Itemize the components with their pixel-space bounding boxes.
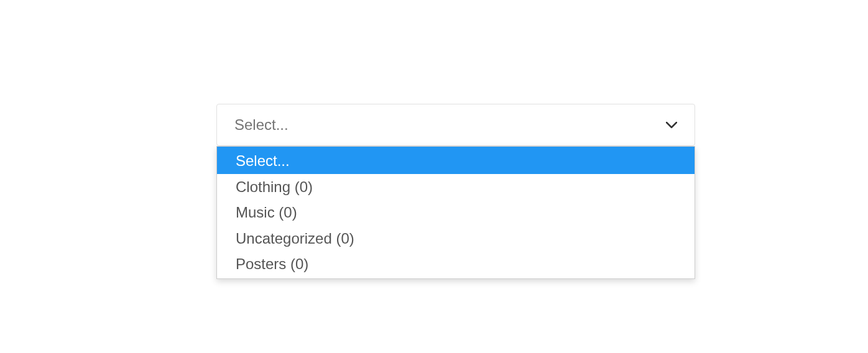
select-placeholder: Select... [234,116,289,134]
dropdown-option-placeholder[interactable]: Select... [217,147,695,174]
category-select-wrapper: Select... Select... Clothing (0) Music (… [216,104,695,279]
dropdown-option-music[interactable]: Music (0) [217,199,695,226]
category-dropdown: Select... Clothing (0) Music (0) Uncateg… [216,146,695,279]
chevron-down-icon [666,119,677,131]
category-select[interactable]: Select... [216,104,695,146]
dropdown-option-posters[interactable]: Posters (0) [217,251,695,278]
dropdown-option-clothing[interactable]: Clothing (0) [217,174,695,200]
dropdown-option-uncategorized[interactable]: Uncategorized (0) [217,226,695,252]
